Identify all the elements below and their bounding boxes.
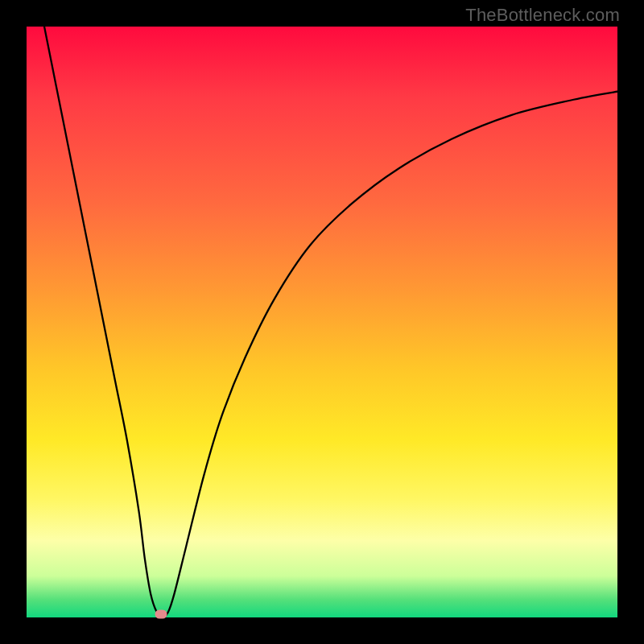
bottleneck-curve xyxy=(27,27,617,617)
minimum-marker xyxy=(155,609,167,618)
plot-area xyxy=(27,27,617,617)
attribution-text: TheBottleneck.com xyxy=(465,5,620,26)
chart-frame: TheBottleneck.com xyxy=(0,0,644,644)
